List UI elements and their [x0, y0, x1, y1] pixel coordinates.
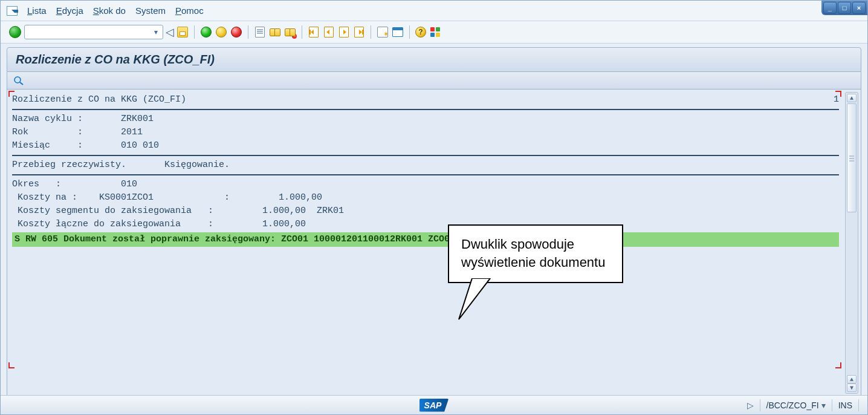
menu-edycja[interactable]: Edycja — [56, 5, 83, 16]
session-info-icon[interactable]: ▷ — [747, 400, 754, 410]
save-icon[interactable] — [177, 26, 189, 38]
statusbar: SAP ▷ /BCC/ZCO_FI ▾ INS — [1, 395, 867, 414]
menu-rest: System — [135, 5, 166, 16]
report-header: Rozliczenie z CO na KKG (ZCO_FI) — [12, 93, 186, 106]
back-green-icon[interactable] — [200, 26, 212, 38]
customize-icon[interactable] — [429, 26, 441, 38]
find-icon[interactable] — [269, 26, 281, 38]
menu-lista[interactable]: Lista — [27, 5, 47, 16]
success-message-row[interactable]: S RW 605 Dokument został poprawnie zaksi… — [12, 232, 839, 247]
insert-mode: INS — [838, 400, 852, 410]
page-title: Rozliczenie z CO na KKG (ZCO_FI) — [7, 47, 861, 72]
standard-toolbar: ▾ ◁ + ? — [1, 21, 867, 44]
first-page-icon[interactable] — [308, 26, 320, 38]
print-icon[interactable] — [254, 26, 266, 38]
page-number: 1 — [834, 93, 839, 106]
callout-tail-icon — [454, 278, 502, 321]
menu-underline: S — [93, 5, 99, 16]
report-output: Rozliczenie z CO na KKG (ZCO_FI) 1 Nazwa… — [7, 90, 861, 397]
separator-line — [12, 155, 839, 156]
scroll-down-icon[interactable]: ▼ — [847, 384, 857, 392]
spool-corner-icon — [8, 362, 15, 368]
enter-icon[interactable] — [9, 26, 21, 38]
sap-menu-icon[interactable] — [7, 6, 18, 16]
toolbar-separator — [409, 25, 410, 39]
menu-underline: E — [56, 5, 62, 16]
vertical-scrollbar[interactable]: ▲ ▲ ▼ — [845, 92, 858, 394]
menu-pomoc[interactable]: Pomoc — [175, 5, 204, 16]
layout-icon[interactable] — [392, 26, 404, 38]
toolbar-separator — [194, 25, 195, 39]
prev-page-icon[interactable] — [323, 26, 335, 38]
field-koszty-na: Koszty na : KS0001ZCO1 : 1.000,00 — [12, 191, 839, 204]
find-next-icon[interactable]: + — [284, 26, 296, 38]
sap-logo: SAP — [419, 399, 449, 412]
menu-rest: kok do — [99, 5, 126, 16]
app-toolbar — [7, 72, 861, 90]
menu-rest: ista — [32, 5, 46, 16]
chevron-down-icon[interactable]: ▾ — [152, 28, 160, 36]
last-page-icon[interactable] — [353, 26, 365, 38]
annotation-callout: Dwuklik spowoduje wyświetlenie dokumentu — [448, 224, 623, 283]
command-field[interactable]: ▾ — [24, 25, 163, 39]
back-chevron-icon[interactable]: ◁ — [166, 25, 173, 39]
field-month: Miesiąc : 010 010 — [12, 139, 839, 152]
window-controls: _ □ × — [821, 1, 867, 15]
minimize-button[interactable]: _ — [823, 2, 837, 14]
field-cycle: Nazwa cyklu : ZRK001 — [12, 113, 839, 126]
scroll-up-icon[interactable]: ▲ — [847, 94, 857, 102]
scroll-thumb[interactable] — [847, 103, 857, 212]
menu-system[interactable]: System — [135, 5, 166, 16]
help-icon[interactable]: ? — [415, 27, 426, 38]
menu-underline: P — [175, 5, 181, 16]
separator-line — [12, 174, 839, 175]
run-line: Przebieg rzeczywisty. Księgowanie. — [12, 158, 839, 172]
maximize-button[interactable]: □ — [838, 2, 851, 14]
menu-rest: dycja — [62, 5, 83, 16]
statusbar-divider — [760, 399, 760, 411]
toolbar-separator — [302, 25, 302, 39]
menubar: Lista Edycja Skok do System Pomoc — [1, 1, 867, 21]
menu-rest: omoc — [181, 5, 204, 16]
field-okres: Okres : 010 — [12, 178, 839, 191]
close-button[interactable]: × — [852, 2, 866, 14]
field-year: Rok : 2011 — [12, 126, 839, 139]
transaction-code[interactable]: /BCC/ZCO_FI — [766, 400, 819, 410]
svg-line-1 — [20, 82, 23, 85]
field-koszty-segmentu: Koszty segmentu do zaksiegowania : 1.000… — [12, 204, 839, 218]
toolbar-separator — [248, 25, 248, 39]
svg-point-0 — [15, 77, 21, 83]
callout-line: wyświetlenie dokumentu — [461, 253, 605, 272]
cancel-red-icon[interactable] — [230, 26, 242, 38]
statusbar-divider — [832, 399, 832, 411]
magnify-icon[interactable] — [13, 76, 855, 85]
spool-corner-icon — [835, 362, 841, 368]
new-session-icon[interactable] — [377, 26, 389, 38]
exit-yellow-icon[interactable] — [215, 26, 227, 38]
callout-line: Dwuklik spowoduje — [461, 235, 605, 253]
menu-skok-do[interactable]: Skok do — [93, 5, 126, 16]
statusbar-divider — [858, 399, 859, 411]
svg-marker-2 — [459, 278, 490, 319]
field-koszty-laczne: Koszty łączne do zaksiegowania : 1.000,0… — [12, 218, 839, 231]
separator-line — [12, 109, 839, 110]
toolbar-separator — [371, 25, 371, 39]
scroll-up2-icon[interactable]: ▲ — [847, 375, 857, 384]
next-page-icon[interactable] — [338, 26, 350, 38]
chevron-down-icon[interactable]: ▾ — [821, 400, 826, 410]
